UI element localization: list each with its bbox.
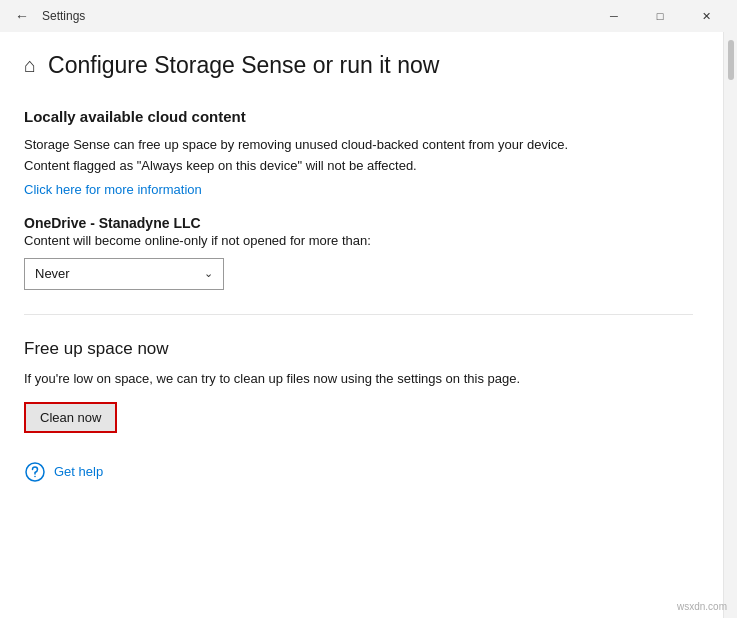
home-icon: ⌂: [24, 54, 36, 77]
chevron-down-icon: ⌄: [204, 267, 213, 280]
onedrive-dropdown[interactable]: Never ⌄: [24, 258, 224, 290]
titlebar-title: Settings: [36, 9, 591, 23]
back-button[interactable]: ←: [8, 2, 36, 30]
content-area: ⌂ Configure Storage Sense or run it now …: [0, 32, 737, 618]
window-controls: ─ □ ✕: [591, 0, 729, 32]
onedrive-title: OneDrive - Stanadyne LLC: [24, 215, 693, 231]
help-icon: [24, 461, 46, 483]
close-button[interactable]: ✕: [683, 0, 729, 32]
cloud-text-2: Content flagged as "Always keep on this …: [24, 156, 693, 176]
titlebar: ← Settings ─ □ ✕: [0, 0, 737, 32]
onedrive-description: Content will become online-only if not o…: [24, 233, 693, 248]
scrollbar-track[interactable]: [723, 32, 737, 618]
minimize-icon: ─: [610, 10, 618, 22]
free-space-description: If you're low on space, we can try to cl…: [24, 371, 693, 386]
main-content: ⌂ Configure Storage Sense or run it now …: [0, 32, 723, 618]
minimize-button[interactable]: ─: [591, 0, 637, 32]
back-icon: ←: [15, 8, 29, 24]
page-title: Configure Storage Sense or run it now: [48, 52, 439, 80]
cloud-section-title: Locally available cloud content: [24, 108, 693, 125]
free-space-title: Free up space now: [24, 339, 693, 359]
svg-point-1: [34, 475, 36, 477]
close-icon: ✕: [702, 10, 711, 23]
cloud-text-1: Storage Sense can free up space by remov…: [24, 135, 693, 155]
onedrive-section: OneDrive - Stanadyne LLC Content will be…: [24, 215, 693, 290]
dropdown-value: Never: [35, 266, 70, 281]
maximize-button[interactable]: □: [637, 0, 683, 32]
cloud-info-link[interactable]: Click here for more information: [24, 182, 693, 197]
cloud-section: Locally available cloud content Storage …: [24, 108, 693, 197]
maximize-icon: □: [657, 10, 664, 22]
clean-now-button[interactable]: Clean now: [24, 402, 117, 433]
free-space-section: Free up space now If you're low on space…: [24, 339, 693, 433]
scrollbar-thumb[interactable]: [728, 40, 734, 80]
section-divider: [24, 314, 693, 315]
page-heading: ⌂ Configure Storage Sense or run it now: [24, 52, 693, 80]
get-help-link[interactable]: Get help: [54, 464, 103, 479]
watermark: wsxdn.com: [677, 601, 727, 612]
help-section: Get help: [24, 461, 693, 483]
